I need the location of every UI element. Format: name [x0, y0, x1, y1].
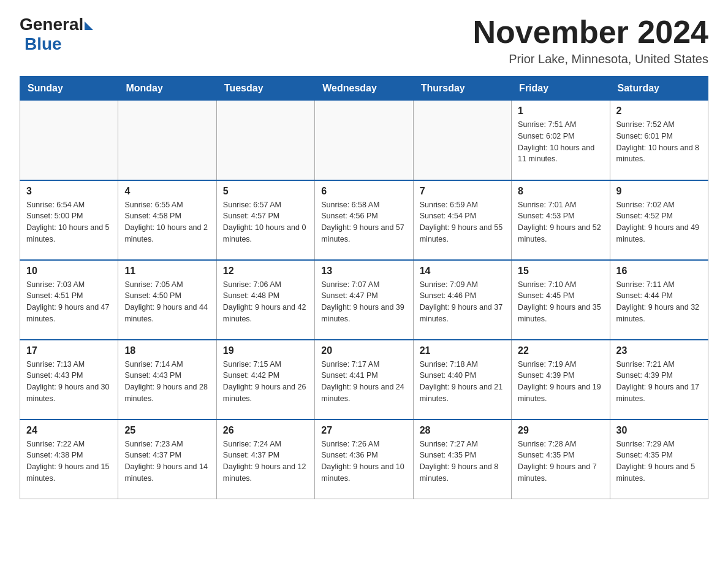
- calendar-cell: 27Sunrise: 7:26 AMSunset: 4:36 PMDayligh…: [315, 419, 413, 499]
- calendar-cell: 24Sunrise: 7:22 AMSunset: 4:38 PMDayligh…: [20, 419, 118, 499]
- day-number: 5: [223, 186, 308, 197]
- day-number: 7: [420, 186, 505, 197]
- month-title: November 2024: [473, 15, 708, 50]
- day-number: 1: [518, 105, 603, 117]
- day-info: Sunrise: 7:19 AMSunset: 4:39 PMDaylight:…: [518, 359, 603, 405]
- day-number: 19: [223, 345, 308, 356]
- day-info: Sunrise: 6:55 AMSunset: 4:58 PMDaylight:…: [124, 199, 210, 245]
- header-tuesday: Tuesday: [216, 77, 314, 101]
- day-info: Sunrise: 7:18 AMSunset: 4:40 PMDaylight:…: [420, 359, 505, 405]
- day-info: Sunrise: 7:52 AMSunset: 6:01 PMDaylight:…: [616, 119, 702, 165]
- calendar-cell: 3Sunrise: 6:54 AMSunset: 5:00 PMDaylight…: [20, 180, 118, 260]
- day-info: Sunrise: 7:22 AMSunset: 4:38 PMDaylight:…: [26, 439, 112, 484]
- calendar-cell: 25Sunrise: 7:23 AMSunset: 4:37 PMDayligh…: [118, 419, 216, 499]
- day-number: 20: [321, 345, 406, 356]
- calendar-cell: 20Sunrise: 7:17 AMSunset: 4:41 PMDayligh…: [315, 340, 413, 419]
- calendar-week-3: 10Sunrise: 7:03 AMSunset: 4:51 PMDayligh…: [20, 260, 708, 340]
- day-info: Sunrise: 7:09 AMSunset: 4:46 PMDaylight:…: [420, 279, 505, 325]
- logo-blue-text: Blue: [25, 34, 62, 53]
- day-info: Sunrise: 7:02 AMSunset: 4:52 PMDaylight:…: [616, 199, 702, 245]
- logo: General Blue: [20, 15, 93, 54]
- day-info: Sunrise: 7:29 AMSunset: 4:35 PMDaylight:…: [616, 439, 702, 484]
- day-number: 29: [518, 425, 603, 436]
- calendar-cell: 1Sunrise: 7:51 AMSunset: 6:02 PMDaylight…: [512, 101, 610, 180]
- day-number: 15: [518, 266, 603, 277]
- day-info: Sunrise: 7:26 AMSunset: 4:36 PMDaylight:…: [321, 439, 406, 484]
- page-header: General Blue November 2024 Prior Lake, M…: [20, 15, 708, 66]
- header-monday: Monday: [118, 77, 216, 101]
- day-number: 23: [616, 345, 702, 356]
- day-number: 22: [518, 345, 603, 356]
- day-info: Sunrise: 7:07 AMSunset: 4:47 PMDaylight:…: [321, 279, 406, 325]
- calendar-cell: 21Sunrise: 7:18 AMSunset: 4:40 PMDayligh…: [413, 340, 511, 419]
- header-sunday: Sunday: [20, 77, 118, 101]
- calendar-cell: 28Sunrise: 7:27 AMSunset: 4:35 PMDayligh…: [413, 419, 511, 499]
- day-number: 14: [420, 266, 505, 277]
- day-info: Sunrise: 7:21 AMSunset: 4:39 PMDaylight:…: [616, 359, 702, 405]
- day-info: Sunrise: 7:24 AMSunset: 4:37 PMDaylight:…: [223, 439, 308, 484]
- day-number: 6: [321, 186, 406, 197]
- day-number: 4: [124, 186, 210, 197]
- calendar-cell: 26Sunrise: 7:24 AMSunset: 4:37 PMDayligh…: [216, 419, 314, 499]
- calendar-cell: 2Sunrise: 7:52 AMSunset: 6:01 PMDaylight…: [610, 101, 708, 180]
- calendar-cell: 6Sunrise: 6:58 AMSunset: 4:56 PMDaylight…: [315, 180, 413, 260]
- calendar-cell: 15Sunrise: 7:10 AMSunset: 4:45 PMDayligh…: [512, 260, 610, 340]
- day-info: Sunrise: 7:01 AMSunset: 4:53 PMDaylight:…: [518, 199, 603, 245]
- header-friday: Friday: [512, 77, 610, 101]
- calendar-cell: 30Sunrise: 7:29 AMSunset: 4:35 PMDayligh…: [610, 419, 708, 499]
- day-number: 2: [616, 105, 702, 117]
- day-number: 27: [321, 425, 406, 436]
- calendar-table: Sunday Monday Tuesday Wednesday Thursday…: [20, 76, 708, 499]
- calendar-cell: 8Sunrise: 7:01 AMSunset: 4:53 PMDaylight…: [512, 180, 610, 260]
- day-info: Sunrise: 6:59 AMSunset: 4:54 PMDaylight:…: [420, 199, 505, 245]
- day-number: 21: [420, 345, 505, 356]
- calendar-cell: [118, 101, 216, 180]
- day-number: 10: [26, 266, 112, 277]
- calendar-cell: 11Sunrise: 7:05 AMSunset: 4:50 PMDayligh…: [118, 260, 216, 340]
- day-info: Sunrise: 7:28 AMSunset: 4:35 PMDaylight:…: [518, 439, 603, 484]
- day-info: Sunrise: 7:15 AMSunset: 4:42 PMDaylight:…: [223, 359, 308, 405]
- day-info: Sunrise: 7:17 AMSunset: 4:41 PMDaylight:…: [321, 359, 406, 405]
- day-info: Sunrise: 7:11 AMSunset: 4:44 PMDaylight:…: [616, 279, 702, 325]
- calendar-cell: 14Sunrise: 7:09 AMSunset: 4:46 PMDayligh…: [413, 260, 511, 340]
- calendar-week-4: 17Sunrise: 7:13 AMSunset: 4:43 PMDayligh…: [20, 340, 708, 419]
- calendar-cell: 29Sunrise: 7:28 AMSunset: 4:35 PMDayligh…: [512, 419, 610, 499]
- calendar-cell: [20, 101, 118, 180]
- calendar-cell: 5Sunrise: 6:57 AMSunset: 4:57 PMDaylight…: [216, 180, 314, 260]
- day-number: 17: [26, 345, 112, 356]
- day-info: Sunrise: 7:05 AMSunset: 4:50 PMDaylight:…: [124, 279, 210, 325]
- calendar-week-5: 24Sunrise: 7:22 AMSunset: 4:38 PMDayligh…: [20, 419, 708, 499]
- day-number: 16: [616, 266, 702, 277]
- day-number: 26: [223, 425, 308, 436]
- calendar-cell: 9Sunrise: 7:02 AMSunset: 4:52 PMDaylight…: [610, 180, 708, 260]
- day-info: Sunrise: 7:23 AMSunset: 4:37 PMDaylight:…: [124, 439, 210, 484]
- header-thursday: Thursday: [413, 77, 511, 101]
- title-section: November 2024 Prior Lake, Minnesota, Uni…: [473, 15, 708, 66]
- day-number: 13: [321, 266, 406, 277]
- calendar-cell: 22Sunrise: 7:19 AMSunset: 4:39 PMDayligh…: [512, 340, 610, 419]
- header-wednesday: Wednesday: [315, 77, 413, 101]
- day-info: Sunrise: 7:14 AMSunset: 4:43 PMDaylight:…: [124, 359, 210, 405]
- calendar-cell: 19Sunrise: 7:15 AMSunset: 4:42 PMDayligh…: [216, 340, 314, 419]
- day-info: Sunrise: 7:27 AMSunset: 4:35 PMDaylight:…: [420, 439, 505, 484]
- calendar-cell: 4Sunrise: 6:55 AMSunset: 4:58 PMDaylight…: [118, 180, 216, 260]
- day-info: Sunrise: 6:58 AMSunset: 4:56 PMDaylight:…: [321, 199, 406, 245]
- day-number: 8: [518, 186, 603, 197]
- day-info: Sunrise: 7:03 AMSunset: 4:51 PMDaylight:…: [26, 279, 112, 325]
- calendar-cell: [315, 101, 413, 180]
- calendar-cell: 16Sunrise: 7:11 AMSunset: 4:44 PMDayligh…: [610, 260, 708, 340]
- calendar-cell: [216, 101, 314, 180]
- day-info: Sunrise: 7:51 AMSunset: 6:02 PMDaylight:…: [518, 119, 603, 165]
- day-number: 9: [616, 186, 702, 197]
- calendar-week-2: 3Sunrise: 6:54 AMSunset: 5:00 PMDaylight…: [20, 180, 708, 260]
- calendar-cell: 23Sunrise: 7:21 AMSunset: 4:39 PMDayligh…: [610, 340, 708, 419]
- day-info: Sunrise: 6:54 AMSunset: 5:00 PMDaylight:…: [26, 199, 112, 245]
- calendar-header-row: Sunday Monday Tuesday Wednesday Thursday…: [20, 77, 708, 101]
- logo-triangle-icon: [85, 21, 93, 30]
- calendar-cell: 18Sunrise: 7:14 AMSunset: 4:43 PMDayligh…: [118, 340, 216, 419]
- calendar-cell: [413, 101, 511, 180]
- day-number: 12: [223, 266, 308, 277]
- day-number: 18: [124, 345, 210, 356]
- calendar-week-1: 1Sunrise: 7:51 AMSunset: 6:02 PMDaylight…: [20, 101, 708, 180]
- calendar-cell: 13Sunrise: 7:07 AMSunset: 4:47 PMDayligh…: [315, 260, 413, 340]
